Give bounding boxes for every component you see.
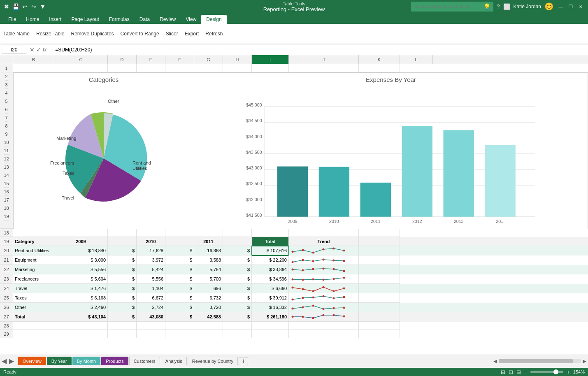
col-header-h[interactable]: H	[223, 55, 252, 64]
ribbon-item-7[interactable]: Refresh	[205, 31, 223, 37]
cell-g19[interactable]: 2011	[194, 237, 223, 246]
cell-c20[interactable]: $ 18,840	[54, 246, 108, 255]
cell-f18[interactable]	[165, 229, 194, 237]
cell-k22[interactable]	[359, 265, 400, 274]
tab-insert[interactable]: Insert	[44, 15, 66, 24]
cell-f24[interactable]: $	[165, 284, 194, 293]
sheet-tab-by-month[interactable]: By Month	[72, 357, 100, 365]
add-sheet-button[interactable]: +	[239, 357, 248, 365]
cell-c18[interactable]	[54, 229, 108, 237]
ribbon-item-3[interactable]: Remove Duplicates	[71, 31, 114, 37]
cell-e1[interactable]	[137, 64, 165, 72]
cell-d1[interactable]	[108, 64, 137, 72]
tab-formulas[interactable]: Formulas	[104, 15, 135, 24]
cell-b29[interactable]	[13, 330, 54, 338]
cell-f28[interactable]	[165, 322, 194, 330]
cell-f25[interactable]: $	[165, 293, 194, 303]
cell-h20[interactable]: $	[223, 246, 252, 255]
cell-i25[interactable]: $ 39,912	[252, 293, 289, 303]
cell-c26[interactable]: $ 2,460	[54, 303, 108, 312]
cell-k21[interactable]	[359, 255, 400, 265]
cell-reference-box[interactable]: I20	[2, 46, 26, 54]
sheet-tab-customers[interactable]: Customers	[129, 357, 160, 365]
cell-k1[interactable]	[359, 64, 400, 72]
col-header-g[interactable]: G	[194, 55, 223, 64]
cell-g26[interactable]: 3,720	[194, 303, 223, 312]
cell-c19[interactable]: 2009	[54, 237, 108, 246]
cell-i20[interactable]: $ 107,616	[252, 246, 289, 255]
cell-b27[interactable]: Total	[13, 312, 54, 322]
quick-access-icon[interactable]: ▼	[40, 3, 46, 10]
cell-d20[interactable]: $	[108, 246, 137, 255]
cell-f22[interactable]: $	[165, 265, 194, 274]
tab-file[interactable]: File	[3, 15, 21, 24]
cell-k26[interactable]	[359, 303, 400, 312]
cell-e21[interactable]: 3,972	[137, 255, 165, 265]
undo-icon[interactable]: ↩	[21, 3, 28, 10]
cell-g23[interactable]: 5,700	[194, 274, 223, 284]
cell-i23[interactable]: $ 34,596	[252, 274, 289, 284]
view-page-break-icon[interactable]: ⊟	[516, 369, 521, 375]
cell-c25[interactable]: $ 6,168	[54, 293, 108, 303]
cancel-formula-icon[interactable]: ✕	[30, 46, 35, 53]
cell-i18[interactable]	[252, 229, 289, 237]
cell-i21[interactable]: $ 22,200	[252, 255, 289, 265]
cell-b26[interactable]: Other	[13, 303, 54, 312]
cell-g24[interactable]: 696	[194, 284, 223, 293]
cell-j28[interactable]	[289, 322, 359, 330]
sheet-tab-overview[interactable]: Overview	[18, 357, 46, 365]
cell-d24[interactable]: $	[108, 284, 137, 293]
cell-c22[interactable]: $ 5,556	[54, 265, 108, 274]
cell-g28[interactable]	[194, 322, 223, 330]
col-header-d[interactable]: D	[108, 55, 137, 64]
cell-c1[interactable]	[54, 64, 108, 72]
cell-i29[interactable]	[252, 330, 289, 338]
cell-i26[interactable]: $ 16,332	[252, 303, 289, 312]
cell-h18[interactable]	[223, 229, 252, 237]
ribbon-item-6[interactable]: Export	[185, 31, 199, 37]
cell-h21[interactable]: $	[223, 255, 252, 265]
view-normal-icon[interactable]: ⊞	[501, 369, 505, 375]
insert-function-icon[interactable]: fx	[43, 47, 46, 53]
view-layout-icon[interactable]: ⊡	[509, 369, 513, 375]
cell-c23[interactable]: $ 5,604	[54, 274, 108, 284]
cell-k24[interactable]	[359, 284, 400, 293]
scroll-right-icon[interactable]: ▶	[583, 358, 586, 364]
cell-e29[interactable]	[137, 330, 165, 338]
cell-h28[interactable]	[223, 322, 252, 330]
save-icon[interactable]: 💾	[12, 3, 19, 10]
col-header-l[interactable]: L	[400, 55, 433, 64]
cell-h22[interactable]: $	[223, 265, 252, 274]
tab-data[interactable]: Data	[135, 15, 155, 24]
cell-e18[interactable]	[137, 229, 165, 237]
cell-e22[interactable]: 5,424	[137, 265, 165, 274]
cell-f20[interactable]: $	[165, 246, 194, 255]
col-header-k[interactable]: K	[359, 55, 400, 64]
minimize-button[interactable]: —	[557, 3, 565, 10]
cell-j19[interactable]: Trend	[289, 237, 359, 246]
cell-b1[interactable]	[13, 64, 54, 72]
cell-d25[interactable]: $	[108, 293, 137, 303]
cell-b22[interactable]: Marketing	[13, 265, 54, 274]
cell-h1[interactable]	[223, 64, 252, 72]
scroll-sheets-left[interactable]: ◀	[2, 357, 7, 365]
sheet-tab-by-year[interactable]: By Year	[47, 357, 72, 365]
cell-e20[interactable]: 17,628	[137, 246, 165, 255]
cell-e24[interactable]: 1,104	[137, 284, 165, 293]
cell-k28[interactable]	[359, 322, 400, 330]
cell-c28[interactable]	[54, 322, 108, 330]
tab-review[interactable]: Review	[155, 15, 181, 24]
cell-g20[interactable]: 16,368	[194, 246, 223, 255]
cell-f19[interactable]	[165, 237, 194, 246]
cell-e27[interactable]: 43,080	[137, 312, 165, 322]
cell-d19[interactable]	[108, 237, 137, 246]
cell-c21[interactable]: $ 3,000	[54, 255, 108, 265]
cell-d28[interactable]	[108, 322, 137, 330]
confirm-formula-icon[interactable]: ✓	[36, 46, 41, 53]
cell-k19[interactable]	[359, 237, 400, 246]
share-icon[interactable]: ⬜	[503, 3, 510, 10]
cell-d29[interactable]	[108, 330, 137, 338]
col-header-c[interactable]: C	[54, 55, 108, 64]
cell-g1[interactable]	[194, 64, 223, 72]
sheet-tab-analysis[interactable]: Analysis	[161, 357, 187, 365]
